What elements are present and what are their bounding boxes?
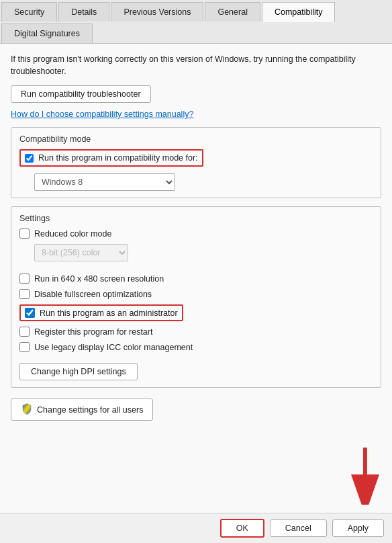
cancel-button[interactable]: Cancel: [270, 519, 327, 537]
tab-details[interactable]: Details: [58, 2, 109, 22]
restart-label: Register this program for restart: [34, 327, 152, 337]
reduced-color-checkbox[interactable]: [19, 228, 30, 239]
ok-button[interactable]: OK: [220, 519, 264, 538]
reduced-color-label: Reduced color mode: [34, 229, 111, 239]
admin-row: Run this program as an administrator: [19, 304, 373, 321]
fullscreen-label: Disable fullscreen optimizations: [34, 290, 152, 299]
settings-section: Settings Reduced color mode 8-bit (256) …: [11, 206, 381, 388]
tab-compatibility[interactable]: Compatibility: [262, 2, 336, 22]
compatibility-mode-label: Compatibility mode: [19, 134, 373, 144]
restart-checkbox[interactable]: [19, 327, 30, 337]
restart-row: Register this program for restart: [19, 327, 373, 337]
legacy-icc-checkbox[interactable]: [19, 342, 30, 352]
color-mode-dropdown[interactable]: 8-bit (256) color 16-bit (65536) color: [34, 244, 128, 261]
compatibility-mode-checkbox-label: Run this program in compatibility mode f…: [38, 153, 198, 163]
compatibility-mode-section: Compatibility mode Run this program in c…: [11, 127, 381, 198]
intro-text: If this program isn't working correctly …: [11, 53, 381, 77]
change-settings-label: Change settings for all users: [37, 405, 143, 415]
resolution-label: Run in 640 x 480 screen resolution: [34, 274, 164, 284]
apply-button[interactable]: Apply: [332, 519, 384, 537]
bottom-bar: OK Cancel Apply: [0, 513, 392, 543]
tab-digital-signatures[interactable]: Digital Signatures: [1, 24, 93, 43]
legacy-icc-label: Use legacy display ICC color management: [34, 343, 193, 352]
tab-general[interactable]: General: [205, 2, 260, 22]
resolution-checkbox[interactable]: [19, 274, 30, 284]
tab-previous-versions[interactable]: Previous Versions: [111, 2, 203, 22]
change-settings-button[interactable]: Change settings for all users: [11, 399, 153, 421]
admin-label: Run this program as an administrator: [40, 308, 178, 318]
manual-settings-link[interactable]: How do I choose compatibility settings m…: [11, 110, 381, 119]
tab-bar: Security Details Previous Versions Gener…: [0, 0, 392, 44]
reduced-color-row: Reduced color mode: [19, 228, 373, 239]
properties-window: Security Details Previous Versions Gener…: [0, 0, 392, 543]
dpi-settings-button[interactable]: Change high DPI settings: [19, 363, 138, 380]
shield-icon: [21, 403, 33, 417]
compatibility-mode-checkbox[interactable]: [25, 154, 34, 163]
admin-checkbox[interactable]: [25, 308, 35, 318]
legacy-icc-row: Use legacy display ICC color management: [19, 342, 373, 352]
resolution-row: Run in 640 x 480 screen resolution: [19, 274, 373, 284]
windows-version-dropdown[interactable]: Windows 8 Windows XP (Service Pack 2) Wi…: [34, 173, 175, 191]
fullscreen-checkbox[interactable]: [19, 289, 30, 299]
fullscreen-row: Disable fullscreen optimizations: [19, 289, 373, 299]
troubleshooter-button[interactable]: Run compatibility troubleshooter: [11, 85, 151, 103]
content-area: If this program isn't working correctly …: [0, 44, 392, 513]
settings-label: Settings: [19, 214, 373, 223]
tab-security[interactable]: Security: [1, 2, 57, 22]
